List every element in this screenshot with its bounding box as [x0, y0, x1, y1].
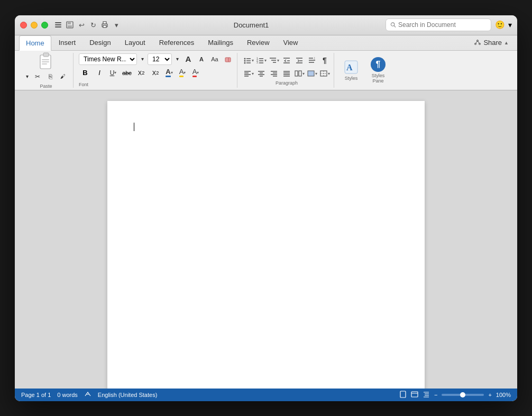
zoom-slider[interactable]	[442, 394, 484, 396]
tab-view[interactable]: View	[277, 35, 305, 50]
paragraph-row2: ▾	[243, 68, 331, 79]
styles-icon: A	[344, 60, 359, 75]
font-clear-button[interactable]: Aa	[209, 53, 221, 65]
styles-button[interactable]: A Styles	[340, 56, 363, 85]
numbering-button[interactable]: 1. 2. 3. ▾	[255, 54, 267, 66]
font-family-select[interactable]: Times New R...	[79, 53, 137, 65]
align-center-button[interactable]	[255, 68, 267, 79]
proofing-icon[interactable]	[84, 391, 91, 399]
zoom-plus[interactable]: +	[488, 392, 491, 398]
styles-pane-label: Styles Pane	[365, 73, 391, 84]
svg-rect-72	[400, 391, 406, 397]
emoji-arrow[interactable]: ▾	[508, 21, 512, 29]
search-bar[interactable]	[386, 19, 491, 31]
format-painter-button[interactable]: 🖌	[57, 71, 69, 82]
outdent-icon	[282, 56, 291, 64]
paste-label: Paste	[40, 84, 52, 89]
shading-button[interactable]: ▾	[306, 68, 318, 79]
svg-rect-0	[55, 22, 61, 23]
document-page[interactable]	[107, 101, 425, 389]
layout-btn-1[interactable]	[399, 391, 407, 399]
align-left-button[interactable]: ▾	[243, 68, 254, 79]
highlight-button[interactable]: A ▾	[177, 67, 188, 79]
paste-down-arrow[interactable]: ▾	[23, 71, 31, 82]
font-family-arrow[interactable]: ▾	[139, 53, 146, 65]
indent-button[interactable]	[293, 54, 305, 66]
superscript-button[interactable]: X2	[149, 67, 162, 79]
font-size-select[interactable]: 12	[148, 53, 172, 65]
svg-rect-2	[55, 26, 61, 27]
svg-rect-4	[68, 22, 71, 24]
indent-icon	[295, 56, 304, 64]
zoom-minus[interactable]: −	[434, 392, 437, 398]
share-arrow: ▲	[504, 40, 509, 45]
bullets-button[interactable]: ▾	[243, 54, 254, 66]
tab-mailings[interactable]: Mailings	[201, 35, 240, 50]
sort-button[interactable]: ↕	[306, 54, 318, 66]
svg-rect-5	[68, 25, 72, 27]
spell-check-icon	[84, 391, 91, 398]
borders-button[interactable]: ▾	[319, 68, 331, 79]
sidebar-toggle-icon[interactable]	[53, 20, 63, 30]
customize-icon[interactable]: ▾	[112, 20, 121, 30]
font-shrink-button[interactable]: A	[196, 53, 207, 65]
svg-point-27	[244, 62, 246, 64]
borders-icon	[319, 69, 328, 78]
tab-layout[interactable]: Layout	[118, 35, 152, 50]
columns-button[interactable]: ▾	[293, 68, 305, 79]
strikethrough-button[interactable]: abc	[121, 67, 133, 79]
emoji-button[interactable]: 🙂	[493, 19, 506, 31]
content-area[interactable]	[15, 90, 517, 389]
svg-point-9	[391, 23, 394, 26]
maximize-button[interactable]	[41, 22, 48, 29]
highlight-label: A	[179, 68, 184, 77]
tab-home[interactable]: Home	[19, 35, 51, 51]
font-section: Times New R... ▾ 12 ▾ A A Aa	[76, 53, 237, 88]
minimize-button[interactable]	[31, 22, 38, 29]
layout-btn-3[interactable]	[423, 391, 430, 399]
underline-label: U	[110, 69, 115, 77]
svg-point-25	[244, 60, 246, 62]
font-eraser-button[interactable]	[222, 53, 234, 65]
underline-button[interactable]: U ▾	[107, 67, 119, 79]
align-right-icon	[270, 69, 278, 78]
outdent-button[interactable]	[281, 54, 292, 66]
traffic-lights	[20, 22, 48, 29]
svg-text:A: A	[346, 63, 353, 72]
font-grow-button[interactable]: A	[182, 53, 194, 65]
italic-button[interactable]: I	[93, 67, 106, 79]
bold-button[interactable]: B	[79, 67, 91, 79]
status-right: − + 100%	[399, 391, 511, 399]
undo-icon[interactable]: ↩	[77, 20, 86, 30]
font-size-arrow[interactable]: ▾	[173, 53, 181, 65]
print-icon[interactable]	[100, 20, 109, 30]
search-input[interactable]	[398, 21, 487, 29]
tab-design[interactable]: Design	[83, 35, 117, 50]
subscript-button[interactable]: X2	[135, 67, 148, 79]
styles-pane-button[interactable]: ¶ Styles Pane	[365, 56, 391, 85]
share-icon	[474, 39, 481, 47]
svg-line-10	[394, 25, 396, 27]
copy-button[interactable]: ⎘	[44, 71, 56, 82]
save-icon[interactable]	[65, 20, 75, 30]
show-all-button[interactable]: ¶	[319, 54, 331, 66]
cut-button[interactable]: ✂	[32, 71, 43, 82]
justify-button[interactable]	[281, 68, 292, 79]
align-right-button[interactable]	[268, 68, 280, 79]
layout-btn-2[interactable]	[411, 391, 418, 399]
tab-insert[interactable]: Insert	[52, 35, 82, 50]
close-button[interactable]	[20, 22, 27, 29]
font-color-button[interactable]: A ▾	[163, 67, 175, 79]
language[interactable]: English (United States)	[98, 392, 158, 398]
share-button[interactable]: Share ▲	[470, 36, 513, 49]
multilevel-icon	[269, 56, 277, 64]
svg-rect-8	[103, 25, 106, 27]
paste-button[interactable]	[36, 52, 56, 70]
tab-review[interactable]: Review	[241, 35, 276, 50]
redo-icon[interactable]: ↻	[88, 20, 98, 30]
tab-references[interactable]: References	[153, 35, 200, 50]
multilevel-button[interactable]: ▾	[268, 54, 280, 66]
columns-icon	[294, 69, 302, 78]
shading-icon	[307, 69, 315, 78]
text-color-button[interactable]: A ▾	[190, 67, 201, 79]
